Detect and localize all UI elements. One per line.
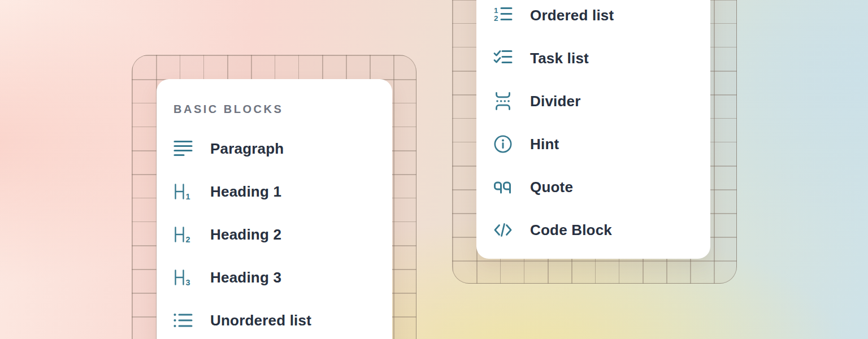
illustration-canvas: BASIC BLOCKS Paragraph1Heading 12Heading… [0,0,868,339]
divider-icon [493,92,513,111]
ordered-list-icon: 12 [493,6,513,25]
unordered-list-icon [173,311,193,330]
menu-item-heading-3[interactable]: 3Heading 3 [173,256,392,299]
svg-text:2: 2 [186,235,190,244]
menu-item-task-list[interactable]: Task list [493,37,710,80]
paragraph-icon [173,139,193,158]
menu-section-header: BASIC BLOCKS [173,103,392,115]
menu-item-label: Heading 1 [210,183,281,201]
menu-items-right: 12Ordered listTask listDividerHintQuoteC… [493,0,710,251]
quote-icon [493,177,513,197]
heading-2-icon: 2 [173,225,193,244]
menu-item-label: Hint [530,136,559,153]
svg-text:1: 1 [186,192,190,201]
menu-item-label: Code Block [530,221,612,239]
menu-item-code-block[interactable]: Code Block [493,208,710,251]
menu-item-paragraph[interactable]: Paragraph [173,127,392,170]
menu-item-label: Heading 2 [210,226,281,244]
menu-item-heading-2[interactable]: 2Heading 2 [173,213,392,256]
menu-item-ordered-list[interactable]: 12Ordered list [493,0,710,37]
menu-item-label: Task list [530,50,589,67]
task-list-icon [493,49,513,68]
basic-blocks-menu: BASIC BLOCKS Paragraph1Heading 12Heading… [157,79,392,339]
menu-item-label: Ordered list [530,7,614,24]
menu-item-label: Divider [530,93,581,110]
svg-text:1: 1 [494,6,498,15]
blocks-menu-continued: 12Ordered listTask listDividerHintQuoteC… [476,0,710,259]
menu-item-label: Unordered list [210,312,311,329]
menu-item-divider[interactable]: Divider [493,80,710,123]
heading-3-icon: 3 [173,268,193,287]
svg-text:3: 3 [186,278,190,287]
menu-item-label: Quote [530,179,573,196]
code-block-icon [493,220,513,240]
menu-item-quote[interactable]: Quote [493,166,710,208]
heading-1-icon: 1 [173,182,193,201]
hint-icon [493,134,513,154]
svg-text:2: 2 [494,14,498,23]
menu-items-left: Paragraph1Heading 12Heading 23Heading 3U… [173,127,392,339]
menu-item-heading-1[interactable]: 1Heading 1 [173,170,392,213]
menu-item-unordered-list[interactable]: Unordered list [173,299,392,339]
menu-item-label: Heading 3 [210,269,281,286]
menu-item-label: Paragraph [210,140,284,158]
menu-item-hint[interactable]: Hint [493,123,710,166]
